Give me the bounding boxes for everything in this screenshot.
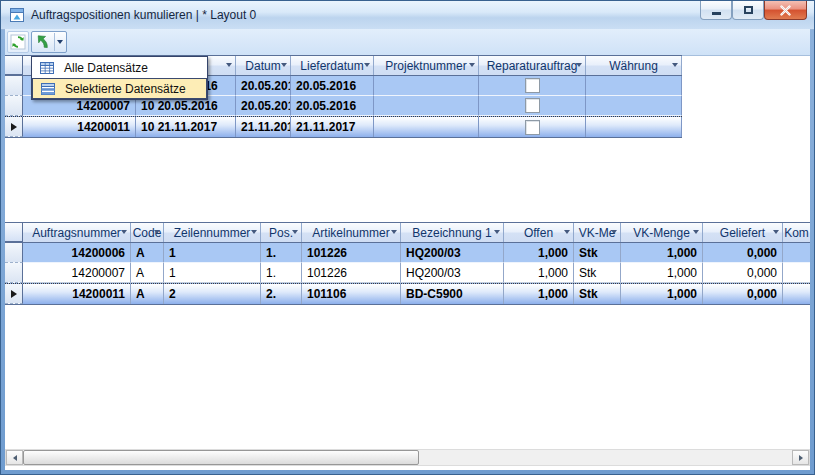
cell-reparaturauftrag[interactable] [479,96,586,116]
filter-arrow-icon[interactable] [564,230,570,234]
cell-bezeichnung[interactable]: HQ200/03 [401,263,504,283]
cell-vk-me[interactable]: Stk [574,284,621,304]
minimize-button[interactable] [700,1,732,20]
header-artikelnummer[interactable]: Artikelnummer [302,223,401,242]
row-indicator-header[interactable] [5,223,23,242]
cell-datum[interactable]: 20.05.201 [236,96,291,116]
cell-vk-me[interactable]: Stk [574,243,621,263]
header-kommission[interactable]: Kom [783,223,810,242]
header-pos[interactable]: Pos. [261,223,302,242]
row-indicator[interactable] [5,243,23,263]
load-records-split-button[interactable] [31,31,67,53]
row-indicator[interactable] [5,117,23,137]
cell-auftragsnummer[interactable]: 14200011 [23,117,136,137]
header-vk-menge[interactable]: VK-Menge [621,223,703,242]
cell-projektnummer[interactable] [374,117,479,137]
close-button[interactable] [764,1,807,20]
reparatur-checkbox[interactable] [525,98,540,113]
menu-item-alle-datensaetze[interactable]: Alle Datensätze [32,57,207,78]
cell-lieferdatum[interactable]: 20.05.2016 [291,76,374,96]
order-row-focused[interactable]: 14200011 10 21.11.2017 21.11.201 21.11.2… [5,116,682,138]
header-projektnummer[interactable]: Projektnummer [374,56,479,75]
scrollbar-thumb[interactable] [23,450,419,465]
cell-geliefert[interactable]: 0,000 [703,243,783,263]
horizontal-scrollbar[interactable] [5,449,810,466]
header-offen[interactable]: Offen [504,223,574,242]
cell-kommission[interactable] [783,243,810,263]
cell-reparaturauftrag[interactable] [479,76,586,96]
scroll-left-button[interactable] [6,450,23,465]
header-zeilennummer[interactable]: Zeilennummer [164,223,261,242]
cell-pos[interactable]: 1. [261,243,302,263]
filter-arrow-icon[interactable] [251,230,257,234]
header-lieferdatum[interactable]: Lieferdatum [291,56,374,75]
cell-waehrung[interactable] [586,96,682,116]
cell-projektnummer[interactable] [374,96,479,116]
cell-auftragsnummer[interactable]: 14200007 [23,263,131,283]
cell-code[interactable]: A [131,263,164,283]
cell-zeilennummer[interactable]: 2 [164,284,261,304]
cell-reparaturauftrag[interactable] [479,117,586,137]
filter-arrow-icon[interactable] [773,230,779,234]
cell-geliefert[interactable]: 0,000 [703,263,783,283]
header-reparaturauftrag[interactable]: Reparaturauftrag [479,56,586,75]
filter-arrow-icon[interactable] [672,63,678,67]
menu-item-selektierte-datensaetze[interactable]: Selektierte Datensätze [32,78,207,99]
row-indicator[interactable] [5,76,23,96]
filter-arrow-icon[interactable] [611,230,617,234]
filter-arrow-icon[interactable] [121,230,127,234]
row-indicator-header[interactable] [5,56,23,75]
filter-arrow-icon[interactable] [576,63,582,67]
cell-bezeichnung[interactable]: HQ200/03 [401,243,504,263]
filter-arrow-icon[interactable] [469,63,475,67]
reparatur-checkbox[interactable] [525,78,540,93]
cell-auftragsnummer[interactable]: 14200011 [23,284,131,304]
header-datum[interactable]: Datum [236,56,291,75]
cell-offen[interactable]: 1,000 [504,263,574,283]
maximize-button[interactable] [732,1,764,20]
cell-lieferdatum[interactable]: 21.11.2017 [291,117,374,137]
cell-offen[interactable]: 1,000 [504,284,574,304]
cell-vk-me[interactable]: Stk [574,263,621,283]
filter-arrow-icon[interactable] [494,230,500,234]
header-code[interactable]: Code [131,223,164,242]
filter-arrow-icon[interactable] [364,63,370,67]
cell-artikelnummer[interactable]: 101226 [302,243,401,263]
filter-arrow-icon[interactable] [154,230,160,234]
reparatur-checkbox[interactable] [525,120,540,135]
row-indicator[interactable] [5,284,23,304]
cell-projektnummer[interactable] [374,76,479,96]
cell-pos[interactable]: 2. [261,284,302,304]
cell-waehrung[interactable] [586,76,682,96]
cell-code-datum[interactable]: 10 21.11.2017 [136,117,236,137]
filter-arrow-icon[interactable] [693,230,699,234]
cell-offen[interactable]: 1,000 [504,243,574,263]
cell-bezeichnung[interactable]: BD-C5900 [401,284,504,304]
cell-artikelnummer[interactable]: 101226 [302,263,401,283]
header-bezeichnung-1[interactable]: Bezeichnung 1 [401,223,504,242]
cell-code[interactable]: A [131,284,164,304]
row-indicator[interactable] [5,263,23,283]
cell-artikelnummer[interactable]: 101106 [302,284,401,304]
cell-lieferdatum[interactable]: 20.05.2016 [291,96,374,116]
filter-arrow-icon[interactable] [281,63,287,67]
position-row[interactable]: 14200006 A 1 1. 101226 HQ200/03 1,000 St… [5,243,810,263]
cell-zeilennummer[interactable]: 1 [164,263,261,283]
position-row-focused[interactable]: 14200011 A 2 2. 101106 BD-C5900 1,000 St… [5,283,810,305]
position-row[interactable]: 14200007 A 1 1. 101226 HQ200/03 1,000 St… [5,263,810,283]
cell-geliefert[interactable]: 0,000 [703,284,783,304]
filter-arrow-icon[interactable] [391,230,397,234]
header-vk-me[interactable]: VK-Me [574,223,621,242]
cell-datum[interactable]: 21.11.201 [236,117,291,137]
header-auftragsnummer[interactable]: Auftragsnummer [23,223,131,242]
refresh-button[interactable] [7,31,29,53]
cell-vk-menge[interactable]: 1,000 [621,284,703,304]
cell-vk-menge[interactable]: 1,000 [621,263,703,283]
cell-code[interactable]: A [131,243,164,263]
titlebar[interactable]: Auftragspositionen kumulieren | * Layout… [1,1,814,30]
cell-pos[interactable]: 1. [261,263,302,283]
cell-zeilennummer[interactable]: 1 [164,243,261,263]
cell-waehrung[interactable] [586,117,682,137]
header-waehrung[interactable]: Währung [586,56,682,75]
header-geliefert[interactable]: Geliefert [703,223,783,242]
